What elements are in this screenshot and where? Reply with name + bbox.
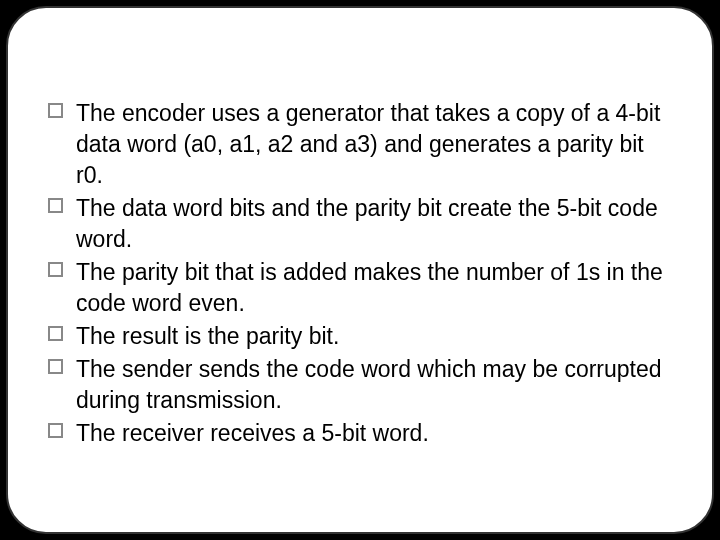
list-item: The encoder uses a generator that takes … (48, 98, 672, 191)
list-item: The parity bit that is added makes the n… (48, 257, 672, 319)
bullet-text: The parity bit that is added makes the n… (76, 259, 663, 316)
bullet-text: The receiver receives a 5-bit word. (76, 420, 429, 446)
list-item: The result is the parity bit. (48, 321, 672, 352)
list-item: The sender sends the code word which may… (48, 354, 672, 416)
slide-frame: The encoder uses a generator that takes … (6, 6, 714, 534)
bullet-text: The result is the parity bit. (76, 323, 339, 349)
list-item: The receiver receives a 5-bit word. (48, 418, 672, 449)
bullet-text: The data word bits and the parity bit cr… (76, 195, 658, 252)
bullet-list: The encoder uses a generator that takes … (48, 98, 672, 450)
bullet-text: The sender sends the code word which may… (76, 356, 662, 413)
list-item: The data word bits and the parity bit cr… (48, 193, 672, 255)
bullet-text: The encoder uses a generator that takes … (76, 100, 660, 188)
